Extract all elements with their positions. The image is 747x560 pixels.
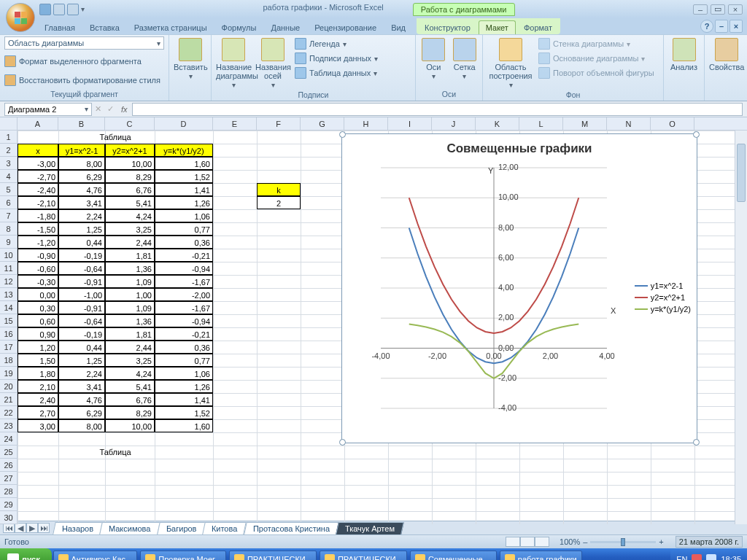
cell[interactable]: 1,36	[105, 314, 155, 327]
cell[interactable]: -0,64	[58, 314, 105, 327]
tab-review[interactable]: Рецензирование	[308, 21, 383, 34]
cell[interactable]: 2,44	[105, 236, 155, 249]
cell[interactable]: 2,10	[18, 380, 58, 393]
cell[interactable]: 2,24	[58, 209, 105, 222]
cell[interactable]: 5,41	[105, 380, 155, 393]
cell[interactable]: 5,41	[105, 196, 155, 209]
sheet-nav-prev-icon[interactable]: ◀	[15, 523, 26, 533]
row-headers[interactable]: 1234567891011121314151617181920212223242…	[0, 131, 18, 524]
cell[interactable]: -0,30	[18, 275, 58, 288]
taskbar-item[interactable]: Проверка Моег...	[140, 551, 226, 560]
fx-icon[interactable]: fx	[121, 105, 128, 114]
name-box[interactable]: Диаграмма 2▾	[4, 103, 92, 116]
sheet-nav-first-icon[interactable]: ⏮	[3, 523, 15, 533]
cell[interactable]: x	[18, 144, 58, 157]
zoom-out-icon[interactable]: –	[583, 537, 587, 546]
cell[interactable]: 1,09	[105, 275, 155, 288]
cell[interactable]: 2,44	[105, 341, 155, 354]
zoom-in-icon[interactable]: +	[659, 537, 663, 546]
cell[interactable]: -3,00	[18, 157, 58, 170]
data-table-button[interactable]: Таблица данных ▾	[295, 66, 411, 80]
cell[interactable]: 0,77	[155, 354, 213, 367]
cell[interactable]: 2,70	[18, 406, 58, 419]
tab-layout[interactable]: Макет	[479, 20, 516, 34]
cell[interactable]: 4,76	[58, 393, 105, 406]
cell[interactable]: 0,44	[58, 341, 105, 354]
cell[interactable]: y1=x^2-1	[58, 144, 105, 157]
reset-style-button[interactable]: Восстановить форматирование стиля	[4, 73, 164, 88]
tray-icon[interactable]	[692, 554, 702, 560]
tray-icon[interactable]	[706, 554, 716, 560]
language-indicator[interactable]: EN	[676, 555, 687, 560]
cell[interactable]: -0,91	[58, 301, 105, 314]
cell[interactable]: 1,26	[155, 380, 213, 393]
cell[interactable]: Таблица	[18, 446, 213, 459]
cell[interactable]: y2=x^2+1	[105, 144, 155, 157]
taskbar-item[interactable]: Антивирус Кас...	[53, 551, 138, 560]
chart-title-button[interactable]: Название диаграммы▾	[216, 36, 251, 89]
cell[interactable]: 1,60	[155, 157, 213, 170]
cell[interactable]: 10,00	[105, 157, 155, 170]
sheet-tab[interactable]: Максимова	[99, 522, 160, 534]
cell[interactable]: 2,24	[58, 367, 105, 380]
cell[interactable]: 1,25	[58, 222, 105, 236]
cell[interactable]: 0,60	[18, 314, 58, 327]
cell[interactable]: 6,29	[58, 170, 105, 183]
cell[interactable]: 3,00	[18, 419, 58, 432]
cell[interactable]: 3,41	[58, 380, 105, 393]
cell[interactable]: -1,67	[155, 301, 213, 314]
sheet-nav-last-icon[interactable]: ⏭	[38, 523, 50, 533]
cell[interactable]: 4,24	[105, 367, 155, 380]
undo-icon[interactable]	[53, 4, 65, 15]
cell[interactable]: y=k*(y1/y2)	[155, 144, 213, 157]
taskbar-item[interactable]: ПРАКТИЧЕСКИ...	[320, 551, 407, 560]
close-button[interactable]: ×	[728, 4, 743, 15]
gridlines-button[interactable]: Сетка▾	[452, 36, 479, 80]
cells-grid[interactable]: Совмещенные графики -4,00-2,000,002,004,…	[18, 131, 747, 524]
cell[interactable]: 8,00	[58, 419, 105, 432]
tab-view[interactable]: Вид	[384, 21, 412, 34]
ribbon-minimize-icon[interactable]: –	[715, 20, 728, 33]
rotation-3d-button[interactable]: Поворот объемной фигуры	[538, 66, 659, 80]
tab-home[interactable]: Главная	[38, 21, 82, 34]
cell[interactable]: 8,00	[58, 157, 105, 170]
cell[interactable]: 0,90	[18, 327, 58, 341]
sheet-tab[interactable]: Ткачук Артем	[336, 522, 404, 534]
sheet-tab[interactable]: Китова	[202, 522, 247, 534]
cell[interactable]: 1,41	[155, 393, 213, 406]
cell[interactable]: -0,21	[155, 327, 213, 341]
format-selection-button[interactable]: Формат выделенного фрагмента	[4, 54, 164, 69]
clock[interactable]: 18:35	[721, 555, 741, 560]
cell[interactable]: 4,76	[58, 183, 105, 196]
zoom-control[interactable]: 100% – +	[560, 537, 664, 546]
legend-button[interactable]: Легенда ▾	[295, 36, 411, 51]
enter-icon[interactable]: ✓	[104, 104, 117, 114]
cancel-icon[interactable]: ✕	[92, 104, 104, 114]
plot-area-button[interactable]: Область построения▾	[487, 36, 534, 89]
cell[interactable]: 3,25	[105, 354, 155, 367]
taskbar-item[interactable]: Совмещенные ...	[410, 551, 497, 560]
sheet-tab[interactable]: Багиров	[157, 522, 206, 534]
sheet-tab[interactable]: Назаров	[53, 522, 103, 534]
cell[interactable]: 8,29	[105, 406, 155, 419]
cell[interactable]: 0,36	[155, 236, 213, 249]
tab-format[interactable]: Формат	[517, 21, 559, 34]
cell[interactable]: 1,50	[18, 354, 58, 367]
insert-button[interactable]: Вставить▾	[174, 36, 208, 80]
cell[interactable]: -0,94	[155, 262, 213, 275]
cell[interactable]: 0,00	[18, 288, 58, 301]
save-icon[interactable]	[39, 4, 51, 15]
cell[interactable]: 1,81	[105, 327, 155, 341]
tab-pagelayout[interactable]: Разметка страницы	[128, 21, 214, 34]
cell[interactable]: -1,20	[18, 236, 58, 249]
cell[interactable]: 1,06	[155, 367, 213, 380]
cell[interactable]: 3,25	[105, 222, 155, 236]
cell[interactable]: 1,06	[155, 209, 213, 222]
workbook-close-icon[interactable]: ×	[729, 20, 743, 33]
cell[interactable]: -0,60	[18, 262, 58, 275]
axes-button[interactable]: Оси▾	[420, 36, 447, 80]
vertical-scrollbar[interactable]	[735, 131, 747, 524]
cell[interactable]: k	[257, 183, 301, 196]
start-button[interactable]: пуск	[0, 548, 52, 560]
cell[interactable]: 1,00	[105, 288, 155, 301]
